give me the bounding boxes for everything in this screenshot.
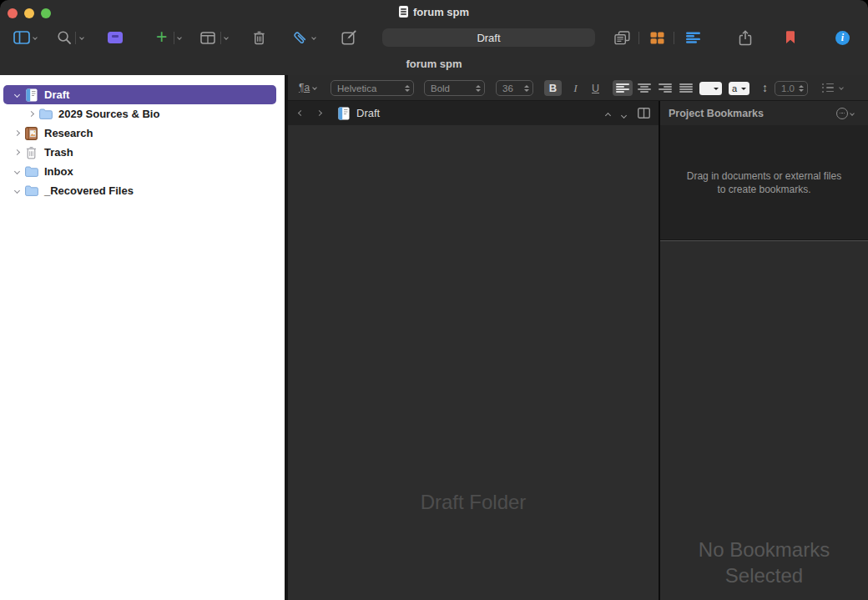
binder-item-recovered-files[interactable]: _Recovered Files: [0, 181, 285, 200]
bold-button[interactable]: B: [544, 80, 562, 96]
binder-toggle-menu-chevron[interactable]: [33, 23, 37, 52]
disclosure-chevron-icon[interactable]: [12, 131, 22, 135]
main-toolbar: + Draft: [0, 23, 868, 52]
folder-icon: [38, 108, 53, 119]
editor-content[interactable]: Draft Folder: [288, 125, 659, 600]
search-menu-chevron[interactable]: [80, 23, 83, 52]
font-size-select[interactable]: 36: [496, 80, 533, 96]
binder-item-research[interactable]: Research: [0, 124, 285, 143]
bookmarks-button[interactable]: [785, 23, 795, 52]
project-subtitle-bar: forum spm: [0, 52, 868, 75]
chevron-down-icon: [177, 35, 182, 40]
highlight-color-dropdown[interactable]: a: [729, 82, 749, 95]
move-to-trash-button[interactable]: [253, 23, 265, 52]
disclosure-chevron-icon[interactable]: [26, 112, 36, 116]
font-size-value: 36: [502, 83, 521, 93]
font-family-select[interactable]: Helvetica: [331, 80, 414, 96]
bookmarks-options-button[interactable]: [836, 108, 854, 119]
font-variant-select[interactable]: Bold: [424, 80, 485, 96]
binder-item-2029-sources-bio[interactable]: 2029 Sources & Bio: [0, 104, 285, 124]
chevron-up-icon: [605, 112, 611, 118]
document-path-field[interactable]: Draft: [382, 28, 595, 47]
align-left-icon: [616, 83, 629, 93]
line-spacing-select[interactable]: 1.0: [775, 81, 808, 96]
draft-document-icon: [338, 107, 350, 120]
split-editor-icon[interactable]: [638, 108, 650, 118]
next-document-button[interactable]: [622, 106, 626, 121]
disclosure-chevron-icon[interactable]: [12, 169, 22, 174]
chevron-left-icon: [297, 110, 303, 116]
bookmarks-drop-zone[interactable]: Drag in documents or external files to c…: [660, 125, 868, 239]
binder-item-draft[interactable]: Draft: [3, 85, 276, 104]
group-view-menu-chevron[interactable]: [225, 23, 228, 52]
attach-file-button[interactable]: [291, 23, 308, 52]
outliner-view-button[interactable]: [686, 23, 700, 52]
underline-label: U: [592, 83, 599, 94]
editor-placeholder: Draft Folder: [288, 491, 659, 514]
share-button[interactable]: [739, 23, 752, 52]
outliner-icon: [686, 32, 700, 43]
navigate-forward-button[interactable]: [310, 111, 328, 115]
group-view-button[interactable]: [200, 23, 215, 52]
compose-button[interactable]: [341, 23, 356, 52]
text-color-dropdown[interactable]: [699, 82, 722, 95]
binder-item-inbox[interactable]: Inbox: [0, 162, 285, 181]
document-path-value: Draft: [477, 32, 500, 44]
add-item-button[interactable]: +: [156, 23, 167, 52]
toolbar-separator: [220, 23, 221, 52]
bookmarks-empty-state: No Bookmarks Selected: [687, 537, 841, 588]
stepper-icon: [405, 85, 410, 92]
align-center-button[interactable]: [634, 80, 654, 96]
list-style-button[interactable]: [822, 75, 834, 100]
binder-item-label: 2029 Sources & Bio: [58, 108, 159, 120]
search-icon: [57, 30, 72, 45]
binder-item-label: Research: [44, 127, 93, 139]
editor-document-title-group[interactable]: Draft: [338, 107, 380, 120]
add-item-menu-chevron[interactable]: [178, 23, 181, 52]
disclosure-chevron-icon[interactable]: [12, 189, 22, 193]
binder-item-label: Inbox: [44, 165, 73, 178]
style-menu-button[interactable]: ¶a: [299, 75, 316, 100]
label-icon: [108, 32, 123, 43]
align-justify-button[interactable]: [676, 80, 696, 96]
font-family-value: Helvetica: [337, 83, 401, 93]
search-button[interactable]: [57, 23, 72, 52]
draft-document-icon: [24, 88, 38, 102]
inspector-toggle-button[interactable]: i: [835, 23, 850, 52]
align-right-button[interactable]: [655, 80, 675, 96]
folder-icon: [24, 185, 38, 196]
label-button[interactable]: [108, 23, 123, 52]
list-style-chevron[interactable]: [840, 75, 843, 100]
binder-toggle-button[interactable]: [13, 23, 30, 52]
underline-button[interactable]: U: [587, 80, 604, 96]
share-icon: [739, 30, 752, 46]
corkboard-view-button[interactable]: [650, 23, 664, 52]
line-spacing-value: 1.0: [781, 83, 795, 93]
corkboard-icon: [650, 32, 664, 44]
binder-toggle-icon: [13, 31, 30, 44]
previous-document-button[interactable]: [606, 106, 610, 121]
toolbar-separator: [674, 23, 674, 52]
dropdown-arrow-icon: [714, 88, 719, 90]
align-justify-icon: [679, 83, 693, 93]
chevron-down-icon: [850, 111, 855, 116]
style-menu-icon: ¶a: [299, 82, 310, 93]
toolbar-separator: [75, 23, 76, 52]
navigate-back-button[interactable]: [291, 111, 310, 115]
disclosure-chevron-icon[interactable]: [12, 93, 22, 97]
disclosure-chevron-icon[interactable]: [12, 150, 22, 154]
italic-label: I: [573, 82, 578, 95]
attach-menu-chevron[interactable]: [312, 23, 315, 52]
bookmark-icon: [785, 31, 795, 44]
binder-item-trash[interactable]: Trash: [0, 143, 285, 162]
editor-header: Draft: [288, 101, 659, 125]
copyholder-button[interactable]: [614, 23, 630, 52]
plus-icon: +: [156, 28, 167, 47]
compose-icon: [341, 30, 356, 45]
italic-button[interactable]: I: [567, 80, 584, 96]
ellipsis-circle-icon: [836, 108, 848, 119]
research-book-icon: [24, 127, 38, 140]
toolbar-separator: [174, 23, 174, 52]
align-left-button[interactable]: [613, 80, 633, 96]
trash-icon: [24, 146, 38, 159]
